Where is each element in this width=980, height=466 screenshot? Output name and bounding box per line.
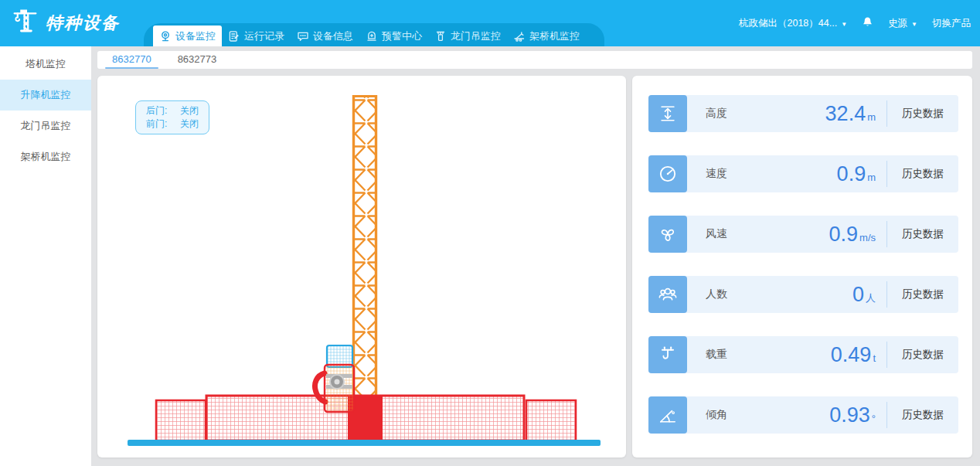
user-name: 史源 bbox=[888, 17, 907, 30]
project-selector[interactable]: 杭政储出（2018）44... ▼ bbox=[739, 17, 847, 30]
nav-tab-operation-records[interactable]: 运行记录 bbox=[222, 26, 291, 46]
sidebar-item-hoist-monitor[interactable]: 升降机监控 bbox=[0, 80, 91, 111]
nav-tab-bridge-erector-monitor[interactable]: 架桥机监控 bbox=[507, 26, 586, 46]
safety-fence bbox=[156, 396, 576, 440]
nav-tab-gantry-crane-monitor[interactable]: 龙门吊监控 bbox=[428, 26, 507, 46]
tilt-icon bbox=[648, 396, 687, 434]
metric-value: 0.93 bbox=[829, 403, 870, 427]
metric-label: 倾角 bbox=[706, 408, 727, 422]
nav-tab-label: 设备信息 bbox=[313, 29, 353, 43]
sidebar-item-label: 龙门吊监控 bbox=[21, 119, 71, 133]
metric-height: 高度 32.4 m 历史数据 bbox=[648, 95, 958, 132]
device-tab-device-8632773[interactable]: 8632773 bbox=[171, 51, 224, 69]
mast bbox=[352, 95, 377, 396]
metric-value-group: 0 人 bbox=[852, 283, 876, 307]
brand: 特种设备 bbox=[11, 7, 120, 39]
metric-value: 0 bbox=[852, 283, 864, 307]
metric-unit: m bbox=[867, 172, 876, 183]
door-status-row: 后门: 关闭 bbox=[146, 105, 199, 117]
project-selector-label: 杭政储出（2018）44... bbox=[739, 17, 837, 30]
height-icon bbox=[648, 95, 687, 132]
sidebar-item-label: 架桥机监控 bbox=[21, 150, 71, 164]
metric-people-count: 人数 0 人 历史数据 bbox=[648, 276, 958, 313]
nav-tab-label: 龙门吊监控 bbox=[451, 29, 501, 43]
metric-speed: 速度 0.9 m 历史数据 bbox=[648, 155, 958, 192]
notifications-button[interactable] bbox=[862, 16, 873, 30]
ground bbox=[128, 440, 601, 446]
speed-icon bbox=[648, 155, 687, 192]
metric-label: 高度 bbox=[706, 107, 727, 121]
sidebar-item-tower-crane-monitor[interactable]: 塔机监控 bbox=[0, 49, 91, 80]
history-data-button[interactable]: 历史数据 bbox=[887, 408, 958, 422]
people-icon bbox=[648, 276, 687, 313]
history-data-button[interactable]: 历史数据 bbox=[887, 107, 958, 121]
sidebar-item-label: 塔机监控 bbox=[26, 57, 66, 71]
nav-tab-label: 预警中心 bbox=[382, 29, 422, 43]
monitor-panel: 后门: 关闭 前门: 关闭 bbox=[97, 76, 626, 457]
nav-tab-alert-center[interactable]: 预警中心 bbox=[359, 26, 428, 46]
metric-load: 载重 0.49 t 历史数据 bbox=[648, 336, 958, 373]
door-label: 后门: bbox=[146, 105, 167, 117]
history-data-button[interactable]: 历史数据 bbox=[887, 348, 958, 362]
door-status-row: 前门: 关闭 bbox=[146, 118, 199, 130]
chevron-down-icon: ▼ bbox=[841, 21, 847, 28]
nav-tab-device-monitor[interactable]: 设备监控 bbox=[153, 26, 222, 46]
metric-value-group: 0.9 m bbox=[837, 162, 876, 186]
door-status-value: 关闭 bbox=[180, 118, 199, 130]
metric-label: 速度 bbox=[706, 167, 727, 181]
chat-icon bbox=[297, 30, 309, 43]
metric-unit: m/s bbox=[859, 232, 876, 243]
user-menu[interactable]: 史源 ▼ bbox=[888, 17, 917, 30]
load-icon bbox=[648, 336, 687, 373]
history-data-button[interactable]: 历史数据 bbox=[887, 287, 958, 301]
bridge-erector-icon bbox=[513, 30, 526, 43]
metric-label: 载重 bbox=[706, 348, 727, 362]
metric-value-group: 0.9 m/s bbox=[829, 223, 876, 247]
wind-icon bbox=[648, 216, 687, 253]
metric-label: 风速 bbox=[706, 227, 727, 241]
main-nav: 设备监控 运行记录 设备信息 预警中心 龙门吊监控 架桥机监控 bbox=[144, 23, 604, 46]
nav-tab-label: 设备监控 bbox=[175, 29, 216, 43]
header-actions: 杭政储出（2018）44... ▼ 史源 ▼ 切换产品 bbox=[739, 0, 971, 46]
tower-crane-logo-icon bbox=[11, 7, 39, 39]
metric-unit: 人 bbox=[866, 291, 876, 305]
metric-value-group: 32.4 m bbox=[825, 102, 876, 126]
gantry-crane-icon bbox=[434, 30, 447, 43]
metric-label: 人数 bbox=[706, 287, 727, 301]
metric-unit: t bbox=[873, 352, 876, 364]
webcam-icon bbox=[159, 30, 172, 43]
metric-unit: m bbox=[867, 111, 876, 123]
sidebar-item-label: 升降机监控 bbox=[21, 88, 71, 102]
bell-icon bbox=[862, 16, 873, 30]
metric-value: 32.4 bbox=[825, 102, 866, 126]
device-tab-device-8632770[interactable]: 8632770 bbox=[105, 51, 158, 69]
sidebar-item-bridge-erector-monitor[interactable]: 架桥机监控 bbox=[0, 141, 91, 172]
record-icon bbox=[228, 30, 240, 43]
sidebar: 塔机监控 升降机监控 龙门吊监控 架桥机监控 bbox=[0, 46, 91, 466]
alarm-icon bbox=[366, 30, 378, 43]
sidebar-item-gantry-crane-monitor[interactable]: 龙门吊监控 bbox=[0, 111, 91, 141]
metric-value: 0.49 bbox=[831, 343, 872, 367]
app-header: 特种设备 设备监控 运行记录 设备信息 预警中心 龙门吊监控 架桥机监控 杭政储… bbox=[0, 0, 980, 46]
door-status-box: 后门: 关闭 前门: 关闭 bbox=[135, 100, 209, 134]
metric-value-group: 0.49 t bbox=[831, 343, 876, 367]
door-label: 前门: bbox=[146, 118, 167, 130]
metric-wind-speed: 风速 0.9 m/s 历史数据 bbox=[648, 216, 958, 253]
metric-unit: ° bbox=[872, 413, 876, 424]
nav-tab-label: 架桥机监控 bbox=[529, 29, 580, 43]
metric-tilt-angle: 倾角 0.93 ° 历史数据 bbox=[648, 396, 958, 434]
nav-tab-device-info[interactable]: 设备信息 bbox=[291, 26, 359, 46]
hoist-cage bbox=[315, 345, 354, 412]
metric-value: 0.9 bbox=[829, 223, 859, 247]
device-tabbar: 86327708632773 bbox=[97, 51, 972, 69]
history-data-button[interactable]: 历史数据 bbox=[887, 167, 958, 181]
chevron-down-icon: ▼ bbox=[911, 21, 917, 28]
nav-tab-label: 运行记录 bbox=[244, 29, 284, 43]
door-status-value: 关闭 bbox=[180, 105, 199, 117]
app-title: 特种设备 bbox=[46, 12, 120, 35]
metric-value: 0.9 bbox=[837, 162, 866, 186]
metrics-panel: 高度 32.4 m 历史数据 速度 0.9 m 历史数据 风速 0.9 m/s … bbox=[632, 76, 972, 457]
metric-value-group: 0.93 ° bbox=[829, 403, 876, 427]
history-data-button[interactable]: 历史数据 bbox=[887, 227, 958, 241]
switch-product-button[interactable]: 切换产品 bbox=[932, 17, 971, 30]
